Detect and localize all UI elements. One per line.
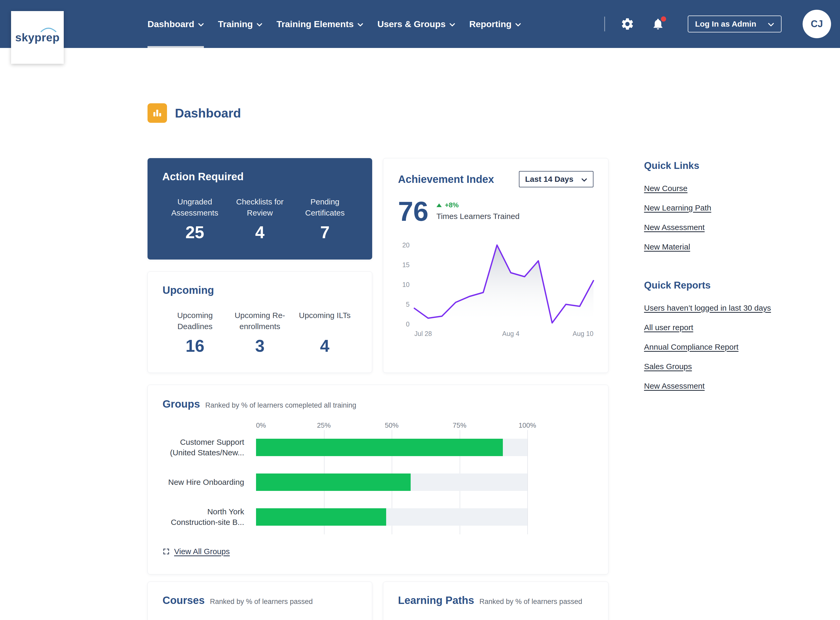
- axis-tick-label: 15: [402, 261, 410, 268]
- log-in-as-admin-button[interactable]: Log In as Admin: [688, 15, 781, 32]
- gridline: [527, 430, 528, 534]
- date-range-select[interactable]: Last 14 Days: [519, 171, 594, 187]
- trend-up-icon: [436, 203, 442, 207]
- card-title: Learning Paths: [398, 594, 474, 606]
- chevron-down-icon: [449, 23, 455, 27]
- header-divider: [604, 17, 605, 32]
- stat-upcoming-ilts[interactable]: Upcoming ILTs 4: [292, 310, 357, 356]
- nav-item-label: Training Elements: [276, 19, 354, 29]
- bar-category-label: Customer Support (United States/New...: [162, 430, 244, 465]
- chevron-down-icon: [198, 23, 204, 27]
- stat-upcoming-deadlines[interactable]: Upcoming Deadlines 16: [162, 310, 227, 356]
- settings-button[interactable]: [620, 17, 634, 31]
- bar-fill[interactable]: [256, 439, 503, 456]
- logo-swoosh-icon: [40, 27, 57, 33]
- axis-tick-label: Aug 4: [502, 330, 519, 337]
- stat-checklists-for-review[interactable]: Checklists for Review 4: [227, 196, 292, 242]
- quick-links-heading: Quick Links: [644, 160, 828, 171]
- chevron-down-icon: [257, 23, 262, 27]
- delta-badge: +8%: [436, 201, 520, 209]
- achievement-value: 76: [398, 199, 428, 224]
- card-subtitle: Ranked by % of learners passed: [479, 597, 582, 606]
- chevron-down-icon: [515, 23, 521, 27]
- quick-report-users-not-logged-in[interactable]: Users haven’t logged in last 30 days: [644, 304, 828, 313]
- quick-link-new-course[interactable]: New Course: [644, 184, 828, 193]
- card-subtitle: Ranked by % of learners comepleted all t…: [205, 401, 356, 409]
- card-title: Groups: [162, 398, 200, 410]
- nav-item-dashboard[interactable]: Dashboard: [147, 0, 204, 48]
- axis-tick-label: 0%: [256, 421, 266, 429]
- main-content: Dashboard Action Required Ungraded Asses…: [147, 103, 609, 620]
- page-title: Dashboard: [175, 106, 241, 120]
- nav-item-training-elements[interactable]: Training Elements: [276, 0, 363, 48]
- main-nav: Dashboard Training Training Elements Use…: [147, 0, 521, 48]
- nav-item-label: Training: [218, 19, 253, 29]
- achievement-line-chart: 0 5 10 15 20 Jul 28 Aug 4 Aug 10: [398, 245, 594, 324]
- card-subtitle: Ranked by % of learners passed: [210, 597, 313, 606]
- chevron-down-icon: [768, 20, 774, 29]
- axis-tick-label: Aug 10: [573, 330, 594, 337]
- card-title: Upcoming: [162, 284, 357, 296]
- axis-tick-label: 20: [402, 241, 410, 249]
- bar-track: [256, 474, 527, 491]
- y-axis: 0 5 10 15 20: [398, 245, 414, 324]
- groups-bar-chart: 0%25%50%75%100% Customer Support (United…: [162, 421, 594, 534]
- quick-link-new-learning-path[interactable]: New Learning Path: [644, 203, 828, 212]
- bar-fill[interactable]: [256, 508, 386, 526]
- notifications-button[interactable]: [651, 17, 664, 30]
- stat-ungraded-assessments[interactable]: Ungraded Assessments 25: [162, 196, 227, 242]
- view-all-groups-link[interactable]: View All Groups: [162, 547, 230, 556]
- axis-tick-label: 0: [406, 320, 410, 328]
- upcoming-card: Upcoming Upcoming Deadlines 16 Upcoming …: [147, 271, 372, 373]
- axis-tick-label: 50%: [385, 421, 398, 429]
- quick-reports-heading: Quick Reports: [644, 280, 828, 291]
- nav-item-reporting[interactable]: Reporting: [469, 0, 521, 48]
- action-required-card: Action Required Ungraded Assessments 25 …: [147, 158, 372, 260]
- dashboard-icon: [147, 103, 167, 123]
- bar-labels: Customer Support (United States/New... N…: [162, 430, 256, 534]
- user-avatar[interactable]: CJ: [802, 10, 831, 38]
- top-nav-bar: skyprep Dashboard Training Training Elem…: [0, 0, 840, 48]
- card-title: Courses: [162, 594, 205, 606]
- achievement-caption: Times Learners Trained: [436, 212, 520, 221]
- bar-category-label: New Hire Onboarding: [162, 465, 244, 500]
- bars-area: [256, 430, 527, 534]
- nav-item-label: Dashboard: [147, 19, 194, 29]
- learning-paths-card: Learning Paths Ranked by % of learners p…: [383, 581, 609, 620]
- chevron-down-icon: [358, 23, 363, 27]
- notification-dot: [661, 17, 666, 22]
- bar-category-label: North York Construction-site B...: [162, 500, 244, 534]
- nav-item-training[interactable]: Training: [218, 0, 262, 48]
- nav-item-users-groups[interactable]: Users & Groups: [377, 0, 455, 48]
- axis-tick-label: 5: [406, 300, 410, 308]
- line-plot-area: Jul 28 Aug 4 Aug 10: [414, 245, 594, 324]
- stat-pending-certificates[interactable]: Pending Certificates 7: [292, 196, 358, 242]
- chevron-down-icon: [582, 175, 587, 184]
- quick-report-new-assessment[interactable]: New Assessment: [644, 382, 828, 390]
- groups-card: Groups Ranked by % of learners comeplete…: [147, 385, 609, 575]
- courses-card: Courses Ranked by % of learners passed: [147, 581, 372, 620]
- x-axis: 0%25%50%75%100%: [256, 421, 527, 430]
- axis-tick-label: 75%: [452, 421, 466, 429]
- bar-track: [256, 439, 527, 456]
- card-title: Action Required: [162, 171, 358, 183]
- axis-tick-label: 10: [402, 281, 410, 288]
- quick-report-all-user-report[interactable]: All user report: [644, 323, 828, 332]
- bar-fill[interactable]: [256, 474, 411, 491]
- axis-tick-label: 25%: [317, 421, 331, 429]
- axis-tick-label: Jul 28: [414, 330, 432, 337]
- stat-upcoming-reenrollments[interactable]: Upcoming Re-enrollments 3: [227, 310, 292, 356]
- gear-icon: [620, 17, 634, 31]
- skyprep-logo[interactable]: skyprep: [11, 11, 64, 64]
- right-sidebar: Quick Links New Course New Learning Path…: [644, 160, 828, 401]
- quick-link-new-assessment[interactable]: New Assessment: [644, 223, 828, 232]
- nav-item-label: Users & Groups: [377, 19, 446, 29]
- quick-link-new-material[interactable]: New Material: [644, 242, 828, 251]
- axis-tick-label: 100%: [518, 421, 536, 429]
- card-title: Achievement Index: [398, 173, 494, 185]
- nav-item-label: Reporting: [469, 19, 512, 29]
- quick-report-sales-groups[interactable]: Sales Groups: [644, 362, 828, 371]
- quick-report-annual-compliance[interactable]: Annual Compliance Report: [644, 343, 828, 352]
- bar-track: [256, 508, 527, 526]
- expand-icon: [162, 548, 170, 555]
